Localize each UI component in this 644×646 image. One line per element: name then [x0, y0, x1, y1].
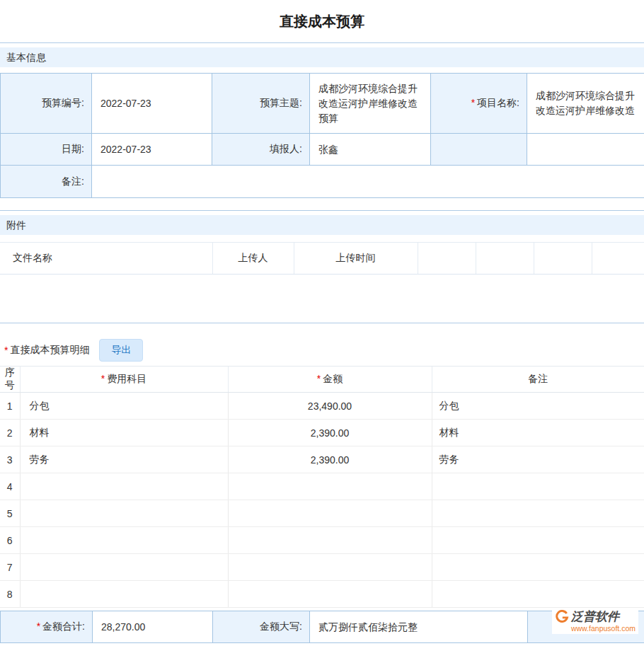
- table-row: 8: [0, 581, 644, 608]
- col-seq: 序号: [0, 367, 20, 393]
- detail-table: 序号 *费用科目 *金额 备注 1 分包 23,490.00 分包 2 材料 2…: [0, 366, 644, 608]
- col-empty: [534, 243, 592, 275]
- cell-remark: [432, 527, 644, 554]
- cell-amount: [228, 581, 432, 608]
- budget-subject-label: 预算主题:: [212, 74, 310, 134]
- summary-table: *金额合计: 28,270.00 金额大写: 贰万捌仟贰佰柒拾元整: [0, 611, 644, 643]
- cell-seq: 4: [0, 473, 20, 500]
- table-row: 2 材料 2,390.00 材料: [0, 420, 644, 446]
- col-empty: [418, 243, 476, 275]
- reporter-label: 填报人:: [212, 134, 310, 166]
- col-file-name: 文件名称: [0, 243, 212, 275]
- attachments-table: 文件名称 上传人 上传时间: [0, 242, 644, 275]
- section-attachments: 附件 文件名称 上传人 上传时间: [0, 210, 644, 323]
- remark-value: [92, 166, 644, 198]
- attachments-empty-area: [0, 275, 644, 323]
- table-row: 预算编号: 2022-07-23 预算主题: 成都沙河环境综合提升改造运河护岸维…: [1, 74, 644, 134]
- total-amount-value: 28,270.00: [93, 611, 213, 643]
- table-row: 3 劳务 2,390.00 劳务: [0, 446, 644, 473]
- col-empty: [592, 243, 644, 275]
- summary-row: *金额合计: 28,270.00 金额大写: 贰万捌仟贰佰柒拾元整: [1, 611, 644, 643]
- cell-subject: [20, 554, 228, 581]
- cell-seq: 3: [0, 446, 20, 473]
- date-label: 日期:: [1, 134, 92, 166]
- cell-seq: 6: [0, 527, 20, 554]
- reporter-value: 张鑫: [310, 134, 431, 166]
- project-name-label: *项目名称:: [431, 74, 527, 134]
- detail-section-title: 直接成本预算明细: [10, 344, 89, 357]
- cell-seq: 5: [0, 500, 20, 527]
- cell-remark: [432, 473, 644, 500]
- table-row: 1 分包 23,490.00 分包: [0, 393, 644, 420]
- col-remark: 备注: [432, 367, 644, 393]
- basic-info-table: 预算编号: 2022-07-23 预算主题: 成都沙河环境综合提升改造运河护岸维…: [0, 73, 644, 198]
- vendor-site: www.fanpusoft.com: [571, 624, 636, 633]
- col-expense-subject-text: 费用科目: [107, 373, 146, 384]
- cell-subject: [20, 527, 228, 554]
- cell-seq: 2: [0, 420, 20, 446]
- empty-label-cell: [431, 134, 527, 166]
- attachments-header-row: 文件名称 上传人 上传时间: [0, 243, 644, 275]
- basic-info-section-header: 基本信息: [0, 47, 644, 67]
- cell-remark: [432, 581, 644, 608]
- cell-amount: 23,490.00: [228, 393, 432, 420]
- attachments-section-header: 附件: [0, 215, 644, 235]
- required-mark: *: [101, 373, 105, 384]
- total-amount-label: *金额合计:: [1, 611, 93, 643]
- required-mark: *: [4, 345, 8, 356]
- cell-subject: 材料: [20, 420, 228, 446]
- table-row: 7: [0, 554, 644, 581]
- table-row: 4: [0, 473, 644, 500]
- cell-amount: 2,390.00: [228, 420, 432, 446]
- fanpu-logo-icon: [555, 610, 569, 624]
- project-name-value: 成都沙河环境综合提升改造运河护岸维修改造: [527, 74, 644, 134]
- col-amount: *金额: [228, 367, 432, 393]
- table-row: 5: [0, 500, 644, 527]
- cell-seq: 1: [0, 393, 20, 420]
- remark-label: 备注:: [1, 166, 92, 198]
- detail-section-header: *直接成本预算明细 导出: [0, 323, 644, 366]
- table-row: 日期: 2022-07-23 填报人: 张鑫: [1, 134, 644, 166]
- vendor-brand: 泛普软件: [571, 610, 636, 624]
- cell-subject: [20, 581, 228, 608]
- date-value: 2022-07-23: [92, 134, 212, 166]
- col-uploader: 上传人: [212, 243, 294, 275]
- cell-amount: 2,390.00: [228, 446, 432, 473]
- cell-seq: 8: [0, 581, 20, 608]
- table-row: 6: [0, 527, 644, 554]
- cell-remark: 材料: [432, 420, 644, 446]
- cell-amount: [228, 473, 432, 500]
- col-empty: [476, 243, 534, 275]
- empty-value-cell: [527, 134, 644, 166]
- required-mark: *: [37, 621, 40, 632]
- cell-amount: [228, 554, 432, 581]
- cell-amount: [228, 500, 432, 527]
- cell-remark: [432, 500, 644, 527]
- cell-subject: [20, 500, 228, 527]
- page: 直接成本预算 基本信息 预算编号: 2022-07-23 预算主题: 成都沙河环…: [0, 0, 644, 646]
- required-mark: *: [317, 373, 321, 384]
- required-mark: *: [471, 97, 475, 108]
- vendor-text-block: 泛普软件 www.fanpusoft.com: [571, 610, 636, 633]
- cell-seq: 7: [0, 554, 20, 581]
- page-title: 直接成本预算: [0, 0, 644, 42]
- budget-subject-value: 成都沙河环境综合提升改造运河护岸维修改造预算: [310, 74, 431, 134]
- cell-subject: 劳务: [20, 446, 228, 473]
- col-amount-text: 金额: [323, 373, 343, 384]
- cell-subject: [20, 473, 228, 500]
- budget-no-label: 预算编号:: [1, 74, 92, 134]
- cell-subject: 分包: [20, 393, 228, 420]
- col-upload-time: 上传时间: [294, 243, 418, 275]
- total-amount-label-text: 金额合计:: [42, 621, 85, 632]
- cell-remark: [432, 554, 644, 581]
- export-button[interactable]: 导出: [99, 339, 143, 362]
- vendor-watermark: 泛普软件 www.fanpusoft.com: [552, 608, 638, 634]
- col-expense-subject: *费用科目: [20, 367, 228, 393]
- budget-no-value: 2022-07-23: [92, 74, 212, 134]
- amount-in-words-label: 金额大写:: [213, 611, 310, 643]
- amount-in-words-value: 贰万捌仟贰佰柒拾元整: [310, 611, 528, 643]
- project-name-label-text: 项目名称:: [477, 97, 519, 108]
- table-row: 备注:: [1, 166, 644, 198]
- cell-amount: [228, 527, 432, 554]
- cell-remark: 劳务: [432, 446, 644, 473]
